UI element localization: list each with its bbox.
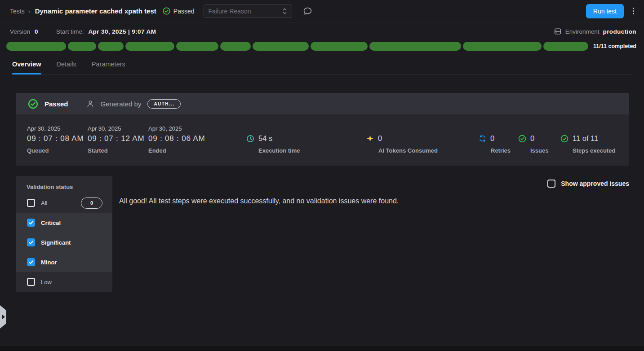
generated-by-user-pill[interactable]: AUTH... [147,99,181,109]
started-date: Apr 30, 2025 [88,125,144,132]
ai-tokens-label: AI Tokens Consumed [378,147,438,154]
checkbox-minor[interactable] [27,258,35,266]
overview-content: Passed Generated by AUTH... Apr 30, 2025… [0,93,644,311]
validation-filter-low-label: Low [41,279,52,285]
progress-bar [6,42,588,51]
progress-segment [220,42,251,51]
failure-reason-select[interactable]: Failure Reason [204,4,292,18]
validation-filter-minor-label: Minor [41,259,57,266]
status-badge: Passed [163,7,195,15]
ended-date: Apr 30, 2025 [148,125,205,132]
validation-status-panel: Validation status All 0 Critical [16,176,112,292]
show-approved-issues-label: Show approved issues [561,180,629,187]
retries-metric: 0 Retries [479,134,511,154]
validation-filter-critical[interactable]: Critical [16,213,112,233]
environment-value: production [603,28,637,35]
environment-icon [554,27,562,35]
kebab-menu-icon[interactable] [631,6,636,16]
passed-check-icon [163,7,170,15]
validation-filter-significant[interactable]: Significant [16,233,112,252]
validation-filter-low[interactable]: Low [16,272,112,292]
select-chevrons-icon [282,7,287,15]
meta-right: Environment production [554,27,636,35]
steps-executed-label: Steps executed [573,147,615,154]
checkbox-critical[interactable] [27,219,35,227]
progress-row: 11/11 completed [0,40,644,51]
status-text: Passed [173,8,195,15]
topbar: Tests › Dynamic parameter cached xpath t… [0,0,644,22]
run-summary-card: Passed Generated by AUTH... Apr 30, 2025… [16,93,629,166]
tab-details[interactable]: Details [57,61,76,74]
run-summary-body: Apr 30, 2025 09 : 07 : 08 AM Queued Apr … [16,114,629,166]
checkbox-low[interactable] [27,278,35,286]
progress-segment [253,42,309,51]
topbar-right: Run test [586,4,636,18]
progress-segment [311,42,368,51]
meta-left: Version 0 Start time: Apr 30, 2025 | 9:0… [10,28,156,35]
checkbox-significant[interactable] [27,238,35,246]
validation-filter-minor[interactable]: Minor [16,252,112,272]
page-title: Dynamic parameter cached xpath test [35,7,156,15]
retry-icon [479,135,486,142]
execution-time-value: 54 s [258,134,272,143]
breadcrumb-chevron-icon: › [28,7,31,15]
progress-segment [125,42,174,51]
issues-metric: 0 Issues [518,134,548,154]
generated-by-label: Generated by [101,100,142,108]
comment-icon[interactable] [303,6,312,16]
version-label: Version [10,28,30,35]
progress-segment [176,42,219,51]
checkbox-all[interactable] [27,199,35,207]
started-label: Started [88,147,144,154]
tab-overview[interactable]: Overview [12,61,41,74]
progress-segment [98,42,124,51]
run-summary-header: Passed Generated by AUTH... [16,93,629,114]
all-good-message: All good! All test steps were executed s… [119,197,399,205]
validation-filter-all[interactable]: All 0 [16,193,112,213]
progress-segment [543,42,588,51]
check-circle-icon [518,135,526,143]
ai-tokens-value: 0 [378,134,382,143]
person-icon [86,100,94,108]
execution-time-metric: 54 s Execution time [246,134,300,154]
tabs: Overview Details Parameters [12,61,632,75]
failure-reason-placeholder: Failure Reason [209,8,251,15]
progress-segment [463,42,542,51]
run-status-text: Passed [44,100,68,108]
test-result-page: Tests › Dynamic parameter cached xpath t… [0,0,644,351]
check-circle-icon [560,135,568,143]
show-approved-issues-toggle[interactable]: Show approved issues [547,180,629,188]
validation-panel-title: Validation status [27,184,73,190]
queued-date: Apr 30, 2025 [27,125,84,132]
environment-label: Environment [565,28,600,35]
started-time: Apr 30, 2025 09 : 07 : 12 AM Started [88,125,144,154]
breadcrumb-tests[interactable]: Tests [10,8,25,15]
chevron-right-icon [2,315,5,319]
version-value: 0 [35,28,38,35]
run-test-button[interactable]: Run test [586,4,624,18]
passed-check-circle-icon [28,99,38,109]
retries-label: Retries [491,147,511,154]
ended-clock: 09 : 08 : 06 AM [148,134,205,143]
started-clock: 09 : 07 : 12 AM [88,134,144,143]
start-time-label: Start time: [56,28,84,35]
checkbox-show-approved[interactable] [547,180,555,188]
topbar-left: Tests › Dynamic parameter cached xpath t… [10,4,312,18]
validation-filter-significant-label: Significant [41,239,71,246]
clock-icon [246,135,254,143]
validation-filter-all-label: All [41,200,47,206]
progress-segment [68,42,96,51]
meta-row: Version 0 Start time: Apr 30, 2025 | 9:0… [0,22,644,40]
sparkle-icon [366,135,374,142]
queued-clock: 09 : 07 : 08 AM [27,134,84,143]
validation-panel-header: Validation status [16,176,112,193]
bottom-strip [0,346,644,351]
steps-executed-metric: 11 of 11 Steps executed [560,134,615,154]
issues-label: Issues [530,147,548,154]
progress-completed-text: 11/11 completed [593,43,636,49]
issues-section: Validation status All 0 Critical [16,176,629,311]
ai-tokens-metric: 0 AI Tokens Consumed [366,134,438,154]
tab-parameters[interactable]: Parameters [92,61,125,74]
ended-time: Apr 30, 2025 09 : 08 : 06 AM Ended [148,125,205,154]
progress-segment [369,42,461,51]
